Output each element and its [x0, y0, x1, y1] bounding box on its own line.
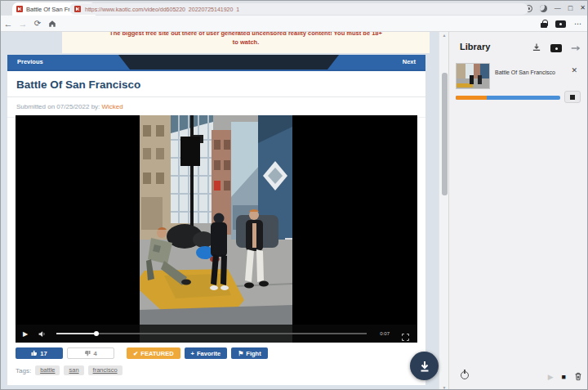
tag-san[interactable]: san [64, 365, 83, 375]
night-mode-icon[interactable] [540, 5, 547, 12]
home-icon[interactable] [45, 20, 60, 28]
download-arrow-icon [418, 360, 431, 373]
library-title: Library [460, 42, 490, 52]
prev-next-ribbon: Previous Next [7, 55, 425, 71]
plus-icon: + [191, 350, 194, 357]
download-icon[interactable] [532, 41, 541, 56]
library-panel: Library Battle Of San Francisco [448, 32, 588, 390]
thumb-down-icon [84, 350, 91, 356]
favorite-label: Favorite [197, 350, 220, 357]
url-favicon-icon [74, 6, 81, 12]
library-bottom-bar: ▶ ■ [449, 370, 588, 384]
thumb-up-icon [31, 350, 38, 356]
video-frame [140, 115, 292, 343]
download-progress-fill [456, 96, 487, 100]
featured-label: FEATURED [140, 350, 173, 357]
minimize-button[interactable]: — [555, 1, 561, 16]
featured-badge: ✔ FEATURED [127, 347, 180, 359]
address-bar[interactable]: https://www.kaotic.com/video/dd605220_20… [69, 3, 528, 15]
stop-all-icon[interactable]: ■ [562, 373, 566, 381]
banner-line-1: The biggest free site out there of user … [62, 32, 430, 38]
dislike-count: 4 [93, 350, 96, 357]
floating-download-button[interactable] [410, 352, 439, 380]
trash-icon[interactable] [574, 370, 582, 384]
seek-bar[interactable] [56, 333, 367, 334]
download-item-thumbnail [456, 63, 490, 89]
download-item-close-icon[interactable]: ✕ [571, 66, 577, 74]
time-display: 0:07 [380, 331, 390, 336]
like-count: 17 [40, 350, 47, 357]
browser-menu-button[interactable]: ⋯ [574, 20, 582, 28]
url-text: https://www.kaotic.com/video/dd605220_20… [85, 7, 239, 12]
age-warning-banner: The biggest free site out there of user … [62, 32, 430, 53]
lock-icon[interactable] [541, 20, 547, 28]
back-button[interactable]: ← [1, 19, 16, 29]
like-button[interactable]: 17 [16, 347, 63, 359]
download-item-title: Battle Of San Francisco [495, 69, 555, 75]
tags-row: Tags: battle san francisco [16, 365, 122, 375]
download-stop-button[interactable] [564, 91, 581, 103]
seek-handle[interactable] [94, 331, 99, 336]
action-buttons: 17 4 ✔ FEATURED + Favorite ⚑ Fight [16, 347, 268, 359]
favorite-button[interactable]: + Favorite [185, 347, 228, 359]
previous-button[interactable]: Previous [7, 55, 130, 69]
browser-toolbar: ← → ⟳ [1, 16, 588, 32]
browser-window: Battle Of San Francis ✕ + — □ ✕ ← → ⟳ ht… [0, 0, 588, 390]
banner-line-2: to watch. [62, 38, 430, 47]
author-link[interactable]: Wicked [102, 103, 123, 110]
play-icon[interactable]: ▶ [23, 330, 28, 338]
check-icon: ✔ [133, 350, 138, 357]
tag-battle[interactable]: battle [35, 365, 60, 375]
forward-button: → [16, 19, 30, 29]
content-card: Battle Of San Francisco Submitted on 07/… [7, 71, 425, 385]
maximize-button[interactable]: □ [568, 1, 572, 16]
capture-camera-icon[interactable] [550, 44, 562, 52]
download-progress-bar [456, 96, 560, 100]
video-scene [140, 115, 292, 343]
tag-francisco[interactable]: francisco [88, 365, 122, 375]
camera-icon[interactable] [555, 20, 566, 28]
pin-icon[interactable] [571, 41, 581, 56]
scrollbar-thumb[interactable] [442, 73, 448, 195]
player-controls: ▶ 0:07 [16, 325, 417, 343]
next-button[interactable]: Next [327, 55, 425, 69]
submitted-label: Submitted on 07/25/2022 by: [16, 103, 100, 110]
window-close-button[interactable]: ✕ [580, 1, 586, 16]
page-scrollbar[interactable]: ▲ ▼ [439, 32, 448, 390]
fullscreen-icon[interactable] [402, 329, 409, 343]
seek-played [56, 333, 96, 334]
power-icon[interactable] [461, 371, 469, 379]
fight-label: Fight [246, 350, 261, 357]
flag-icon: ⚑ [238, 350, 243, 357]
fight-button[interactable]: ⚑ Fight [231, 347, 268, 359]
dislike-button[interactable]: 4 [67, 347, 114, 359]
tags-label: Tags: [16, 367, 31, 374]
site-favicon-icon [16, 6, 23, 12]
volume-icon[interactable] [38, 326, 46, 341]
video-player[interactable]: ▶ 0:07 [16, 115, 417, 343]
resume-all-icon: ▶ [548, 373, 554, 381]
page-title: Battle Of San Francisco [7, 71, 425, 97]
reload-button[interactable]: ⟳ [30, 19, 45, 28]
